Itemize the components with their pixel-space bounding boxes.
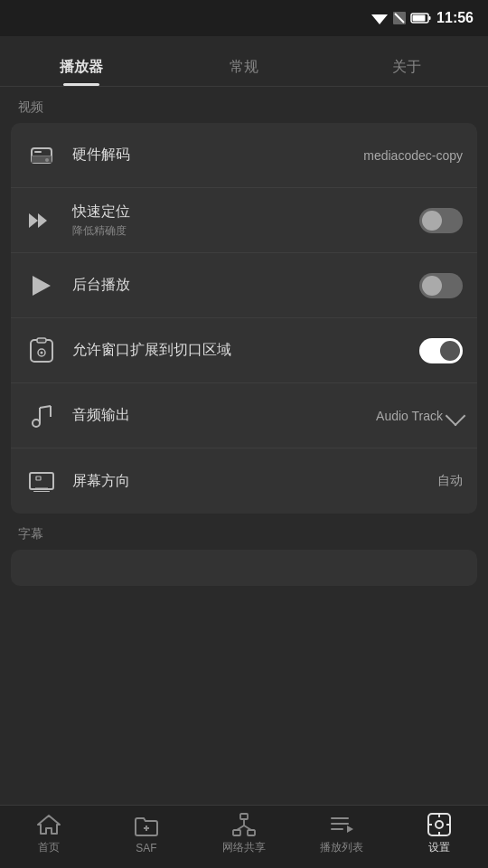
svg-point-40 (436, 821, 443, 828)
hardware-decode-title: 硬件解码 (72, 146, 356, 165)
svg-point-18 (33, 420, 40, 427)
tab-about[interactable]: 关于 (325, 58, 488, 86)
tab-general[interactable]: 常规 (163, 58, 325, 86)
svg-rect-23 (33, 491, 50, 492)
video-settings-card: 硬件解码 mediacodec-copy 快速定位 降低精确度 后台播放 (11, 123, 477, 514)
background-play-toggle-thumb (422, 276, 442, 296)
tab-active-underline (63, 83, 99, 86)
fast-forward-icon (25, 204, 58, 237)
screen-orientation-value: 自动 (437, 473, 463, 489)
nav-playlist[interactable]: 播放列表 (293, 813, 390, 861)
notch-expand-row[interactable]: 允许窗口扩展到切口区域 (11, 318, 477, 383)
screen-icon (25, 465, 58, 497)
home-icon (37, 813, 61, 836)
screen-orientation-title: 屏幕方向 (72, 472, 430, 491)
audio-output-text: 音频输出 (72, 406, 369, 425)
svg-marker-12 (38, 213, 47, 228)
drive-icon (25, 139, 58, 172)
battery-icon (411, 13, 431, 24)
svg-rect-8 (32, 156, 52, 156)
folder-plus-icon (135, 815, 158, 838)
status-time: 11:56 (436, 10, 474, 26)
svg-rect-30 (233, 830, 240, 835)
wifi-icon (371, 12, 388, 24)
audio-output-value: Audio Track (376, 409, 443, 423)
subtitle-settings-card (11, 550, 477, 586)
audio-output-title: 音频输出 (72, 406, 369, 425)
video-section-label: 视频 (0, 87, 488, 123)
notch-expand-text: 允许窗口扩展到切口区域 (72, 341, 419, 360)
settings-icon (427, 813, 451, 836)
fast-seek-toggle[interactable] (419, 208, 463, 233)
fast-seek-toggle-thumb (422, 211, 442, 231)
fast-seek-title: 快速定位 (72, 203, 419, 222)
background-play-text: 后台播放 (72, 276, 419, 295)
top-tab-bar: 播放器 常规 关于 (0, 36, 488, 87)
svg-rect-15 (37, 338, 46, 343)
fast-seek-subtitle: 降低精确度 (72, 223, 419, 239)
nav-home-label: 首页 (38, 840, 60, 855)
svg-marker-38 (347, 826, 353, 833)
audio-output-chevron (446, 405, 466, 426)
svg-marker-26 (38, 816, 60, 834)
notch-expand-title: 允许窗口扩展到切口区域 (72, 341, 419, 360)
tab-general-label: 常规 (230, 58, 258, 77)
svg-rect-4 (429, 16, 431, 20)
playlist-icon (330, 813, 353, 836)
status-bar: 11:56 (0, 0, 488, 36)
nav-network[interactable]: 网络共享 (195, 813, 293, 861)
nav-saf[interactable]: SAF (98, 815, 195, 860)
music-icon (25, 400, 58, 432)
subtitle-section-label: 字幕 (0, 514, 488, 550)
hardware-decode-text: 硬件解码 (72, 146, 356, 165)
svg-marker-11 (29, 213, 38, 228)
notch-icon (25, 335, 58, 367)
svg-rect-24 (36, 476, 41, 480)
svg-rect-22 (30, 473, 53, 489)
svg-line-33 (237, 826, 244, 830)
nav-settings-label: 设置 (428, 840, 450, 855)
nav-playlist-label: 播放列表 (320, 840, 363, 855)
background-play-title: 后台播放 (72, 276, 419, 295)
svg-rect-29 (240, 814, 248, 819)
fast-seek-text: 快速定位 降低精确度 (72, 203, 419, 239)
svg-line-20 (40, 406, 51, 408)
notch-expand-toggle[interactable] (419, 338, 463, 363)
fast-seek-row[interactable]: 快速定位 降低精确度 (11, 188, 477, 253)
svg-rect-31 (248, 830, 255, 835)
hardware-decode-value: mediacodec-copy (363, 148, 463, 163)
nav-network-label: 网络共享 (222, 840, 266, 855)
tab-about-label: 关于 (392, 58, 421, 77)
nav-saf-label: SAF (136, 842, 156, 854)
svg-point-9 (45, 158, 49, 162)
signal-icon (393, 12, 406, 24)
play-icon (25, 269, 58, 302)
svg-rect-5 (413, 15, 426, 22)
svg-marker-13 (33, 276, 51, 296)
background-play-row[interactable]: 后台播放 (11, 253, 477, 318)
hardware-decode-row[interactable]: 硬件解码 mediacodec-copy (11, 123, 477, 188)
notch-expand-toggle-thumb (440, 341, 460, 361)
nav-settings[interactable]: 设置 (390, 813, 488, 861)
tab-player[interactable]: 播放器 (0, 58, 163, 86)
svg-rect-10 (34, 151, 42, 153)
svg-line-34 (244, 826, 251, 830)
svg-point-17 (41, 351, 43, 354)
screen-orientation-text: 屏幕方向 (72, 472, 430, 491)
svg-marker-0 (371, 14, 388, 24)
screen-orientation-row[interactable]: 屏幕方向 自动 (11, 448, 477, 514)
bottom-nav: 首页 SAF 网络共享 (0, 805, 488, 868)
background-play-toggle[interactable] (419, 273, 463, 298)
nav-home[interactable]: 首页 (0, 813, 98, 861)
audio-output-row[interactable]: 音频输出 Audio Track (11, 383, 477, 448)
status-icons: 11:56 (371, 10, 474, 26)
tab-player-label: 播放器 (60, 58, 103, 77)
network-icon (232, 813, 256, 836)
